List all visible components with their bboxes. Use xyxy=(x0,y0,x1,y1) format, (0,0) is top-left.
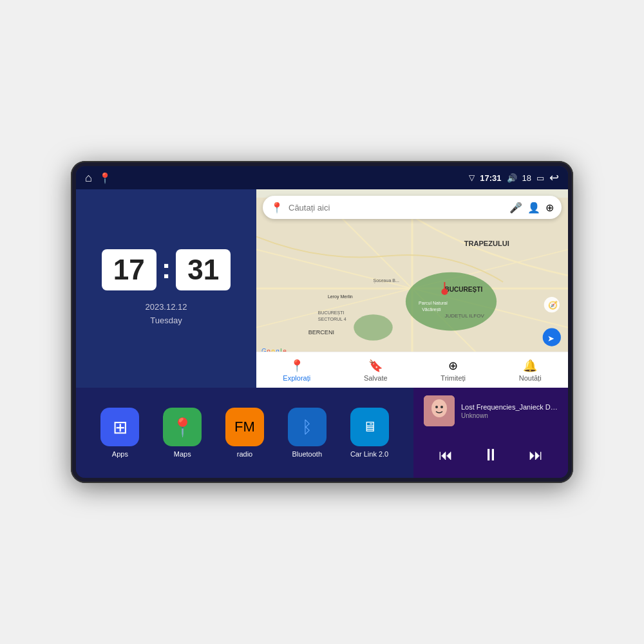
music-controls: ⏮ ⏸ ⏭ xyxy=(424,440,558,470)
bluetooth-label: Bluetooth xyxy=(292,450,322,458)
app-item-bluetooth[interactable]: ᛒ Bluetooth xyxy=(288,408,327,458)
music-next-button[interactable]: ⏭ xyxy=(524,444,548,466)
svg-text:BUCUREȘTI: BUCUREȘTI xyxy=(318,310,345,316)
music-top: Lost Frequencies_Janieck Devy-... Unknow… xyxy=(424,395,558,426)
map-nav-saved[interactable]: 🔖 Salvate xyxy=(364,359,388,382)
status-bar-left: ⌂ 📍 xyxy=(85,171,111,185)
battery-level: 18 xyxy=(522,173,531,183)
layers-icon[interactable]: ⊕ xyxy=(545,202,554,214)
map-nav-news[interactable]: 🔔 Noutăți xyxy=(519,359,542,382)
radio-label: radio xyxy=(237,450,252,458)
map-nav-explore[interactable]: 📍 Explorați xyxy=(283,359,310,382)
radio-icon-bg: FM xyxy=(225,408,264,446)
maps-status-icon[interactable]: 📍 xyxy=(99,172,111,184)
explore-icon: 📍 xyxy=(290,359,304,373)
carlink-label: Car Link 2.0 xyxy=(350,450,388,458)
map-bottom-bar: 📍 Explorați 🔖 Salvate ⊕ Trimiteți 🔔 xyxy=(256,352,568,388)
svg-text:Șoseaua B...: Șoseaua B... xyxy=(374,278,399,283)
bluetooth-icon-bg: ᛒ xyxy=(288,408,327,446)
microphone-icon[interactable]: 🎤 xyxy=(509,202,522,214)
apps-icon-bg: ⊞ xyxy=(100,408,139,446)
svg-text:BUCUREȘTI: BUCUREȘTI xyxy=(444,286,482,293)
svg-text:Parcul Natural: Parcul Natural xyxy=(419,301,448,305)
svg-text:Leroy Merlin: Leroy Merlin xyxy=(328,294,353,299)
apps-icon: ⊞ xyxy=(113,417,128,438)
music-play-pause-button[interactable]: ⏸ xyxy=(477,442,504,468)
clock-hour: 17 xyxy=(102,249,156,290)
status-bar: ⌂ 📍 ▽ 17:31 🔊 18 ▭ ↩ xyxy=(76,166,568,189)
battery-icon: ▭ xyxy=(536,173,544,183)
app-item-carlink[interactable]: 🖥 Car Link 2.0 xyxy=(350,408,389,458)
bottom-section: ⊞ Apps 📍 Maps FM xyxy=(76,388,568,478)
svg-text:➤: ➤ xyxy=(547,334,554,343)
volume-icon[interactable]: 🔊 xyxy=(507,173,517,183)
clock-display: 17 : 31 xyxy=(102,249,231,290)
svg-text:BERCENI: BERCENI xyxy=(308,329,334,336)
send-icon: ⊕ xyxy=(448,359,458,373)
top-section: 17 : 31 2023.12.12 Tuesday 📍 xyxy=(76,189,568,388)
clock-date: 2023.12.12 Tuesday xyxy=(145,301,187,328)
clock-separator: : xyxy=(162,252,171,285)
map-pin-icon: 📍 xyxy=(270,202,283,214)
carlink-icon: 🖥 xyxy=(363,419,377,435)
maps-icon-bg: 📍 xyxy=(163,408,202,446)
app-item-apps[interactable]: ⊞ Apps xyxy=(100,408,139,458)
carlink-icon-bg: 🖥 xyxy=(350,408,389,446)
svg-point-31 xyxy=(431,399,447,417)
saved-icon: 🔖 xyxy=(368,359,383,373)
music-info: Lost Frequencies_Janieck Devy-... Unknow… xyxy=(461,403,558,419)
svg-text:TRAPEZULUI: TRAPEZULUI xyxy=(464,240,509,247)
map-search-actions: 🎤 👤 ⊕ xyxy=(509,202,554,214)
clock-panel: 17 : 31 2023.12.12 Tuesday xyxy=(76,189,256,388)
device-screen: ⌂ 📍 ▽ 17:31 🔊 18 ▭ ↩ 17 : xyxy=(76,166,568,478)
maps-label: Maps xyxy=(174,450,191,458)
car-head-unit: ⌂ 📍 ▽ 17:31 🔊 18 ▭ ↩ 17 : xyxy=(71,161,573,483)
home-icon[interactable]: ⌂ xyxy=(85,171,92,185)
account-icon[interactable]: 👤 xyxy=(527,202,540,214)
news-icon: 🔔 xyxy=(523,359,537,373)
main-content: 17 : 31 2023.12.12 Tuesday 📍 xyxy=(76,189,568,478)
music-thumbnail xyxy=(424,395,455,426)
music-prev-button[interactable]: ⏮ xyxy=(433,444,458,466)
music-player: Lost Frequencies_Janieck Devy-... Unknow… xyxy=(413,388,568,478)
apps-area: ⊞ Apps 📍 Maps FM xyxy=(76,388,413,478)
app-item-maps[interactable]: 📍 Maps xyxy=(163,408,202,458)
music-artist: Unknown xyxy=(461,412,558,419)
svg-point-32 xyxy=(435,406,438,408)
back-icon[interactable]: ↩ xyxy=(549,171,559,185)
svg-point-7 xyxy=(354,314,393,340)
svg-text:🧭: 🧭 xyxy=(548,300,558,310)
news-label: Noutăți xyxy=(519,374,542,382)
send-label: Trimiteți xyxy=(440,374,466,382)
svg-text:JUDEȚUL ILFOV: JUDEȚUL ILFOV xyxy=(444,313,484,319)
explore-label: Explorați xyxy=(283,374,310,382)
map-search-input[interactable] xyxy=(289,203,504,213)
map-nav-send[interactable]: ⊕ Trimiteți xyxy=(440,359,466,382)
svg-text:SECTORUL 4: SECTORUL 4 xyxy=(318,317,346,321)
app-item-radio[interactable]: FM radio xyxy=(225,408,264,458)
map-search-bar[interactable]: 📍 🎤 👤 ⊕ xyxy=(263,196,562,219)
status-bar-right: ▽ 17:31 🔊 18 ▭ ↩ xyxy=(469,171,559,185)
svg-point-33 xyxy=(440,406,443,408)
status-time: 17:31 xyxy=(480,173,501,183)
apps-label: Apps xyxy=(112,450,128,458)
saved-label: Salvate xyxy=(364,374,388,382)
maps-icon: 📍 xyxy=(171,417,194,438)
clock-minute: 31 xyxy=(176,249,231,290)
radio-icon: FM xyxy=(234,419,255,435)
signal-icon: ▽ xyxy=(469,173,475,182)
svg-text:Văcărești: Văcărești xyxy=(422,307,441,312)
music-title: Lost Frequencies_Janieck Devy-... xyxy=(461,403,558,411)
bluetooth-icon: ᛒ xyxy=(302,417,312,437)
map-panel[interactable]: 📍 🎤 👤 ⊕ xyxy=(256,189,568,388)
svg-point-24 xyxy=(441,289,448,295)
